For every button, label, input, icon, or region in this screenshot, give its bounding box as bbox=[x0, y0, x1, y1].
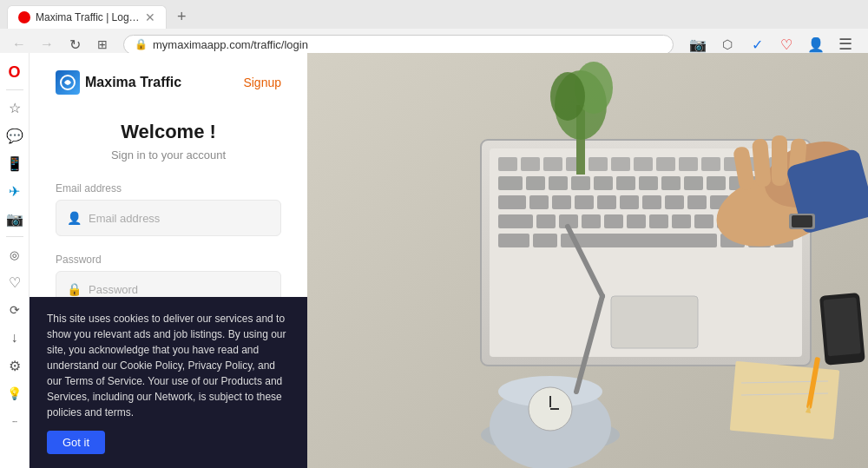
tab-close-button[interactable]: ✕ bbox=[145, 10, 155, 24]
browser-tab[interactable]: Maxima Traffic | Log in ✕ bbox=[7, 5, 167, 29]
svg-rect-5 bbox=[498, 157, 517, 171]
svg-rect-43 bbox=[498, 214, 533, 228]
svg-rect-20 bbox=[549, 176, 568, 190]
svg-rect-35 bbox=[597, 195, 616, 209]
password-label: Password bbox=[56, 254, 281, 266]
svg-rect-39 bbox=[687, 195, 707, 209]
login-header: Maxima Traffic Signup bbox=[30, 53, 307, 103]
svg-rect-51 bbox=[694, 214, 713, 228]
svg-rect-65 bbox=[772, 135, 787, 186]
svg-rect-22 bbox=[594, 176, 613, 190]
sidebar-icon-bookmarks[interactable]: ☆ bbox=[3, 96, 27, 120]
sidebar-icon-whatsapp[interactable]: 📱 bbox=[3, 151, 27, 175]
svg-rect-10 bbox=[611, 157, 630, 171]
svg-rect-12 bbox=[656, 157, 675, 171]
svg-rect-31 bbox=[498, 195, 526, 209]
svg-rect-48 bbox=[627, 214, 646, 228]
svg-rect-23 bbox=[616, 176, 635, 190]
email-label: Email address bbox=[56, 182, 281, 194]
browser-chrome: Maxima Traffic | Log in ✕ + ← → ↻ ⊞ 🔒 my… bbox=[0, 0, 868, 61]
svg-rect-27 bbox=[707, 176, 726, 190]
svg-rect-46 bbox=[582, 214, 601, 228]
svg-point-81 bbox=[550, 72, 585, 121]
sidebar-divider-2 bbox=[6, 236, 23, 237]
sidebar-icon-history[interactable]: ⟳ bbox=[3, 298, 27, 322]
sidebar: O ☆ 💬 📱 ✈ 📷 ◎ ♡ ⟳ ↓ ⚙ 💡 ··· bbox=[0, 53, 30, 468]
logo-icon bbox=[56, 70, 80, 95]
logo-svg bbox=[59, 74, 76, 91]
svg-rect-18 bbox=[498, 176, 523, 190]
svg-rect-7 bbox=[543, 157, 562, 171]
svg-rect-60 bbox=[611, 296, 698, 348]
sidebar-icon-opera[interactable]: O bbox=[3, 60, 27, 84]
svg-rect-13 bbox=[679, 157, 698, 171]
url-text: mymaximaapp.com/traffic/login bbox=[153, 38, 662, 51]
sidebar-icon-heart[interactable]: ♡ bbox=[3, 270, 27, 294]
sidebar-icon-more[interactable]: ··· bbox=[3, 409, 27, 433]
svg-rect-33 bbox=[552, 195, 571, 209]
lock-icon: 🔒 bbox=[135, 38, 148, 50]
new-tab-button[interactable]: + bbox=[170, 6, 194, 28]
svg-rect-44 bbox=[536, 214, 556, 228]
svg-rect-54 bbox=[498, 234, 529, 247]
svg-rect-38 bbox=[665, 195, 684, 209]
svg-rect-84 bbox=[730, 361, 840, 439]
password-input[interactable] bbox=[89, 283, 270, 296]
svg-rect-6 bbox=[521, 157, 540, 171]
email-icon: 👤 bbox=[67, 211, 82, 225]
cookie-text: This site uses cookies to deliver our se… bbox=[47, 311, 290, 420]
svg-rect-56 bbox=[561, 234, 717, 247]
sidebar-icon-settings[interactable]: ⚙ bbox=[3, 353, 27, 378]
svg-rect-25 bbox=[661, 176, 681, 190]
sidebar-icon-instagram[interactable]: 📷 bbox=[3, 207, 27, 231]
welcome-subtitle: Sign in to your account bbox=[56, 148, 281, 161]
photo-area bbox=[307, 53, 868, 468]
svg-rect-49 bbox=[649, 214, 668, 228]
cookie-notice: This site uses cookies to deliver our se… bbox=[30, 297, 307, 468]
login-panel: Maxima Traffic Signup Welcome ! Sign in … bbox=[30, 53, 307, 468]
sidebar-icon-messenger[interactable]: 💬 bbox=[3, 123, 27, 148]
svg-rect-19 bbox=[526, 176, 545, 190]
svg-rect-36 bbox=[620, 195, 639, 209]
email-input[interactable] bbox=[89, 212, 270, 225]
sidebar-icon-lightbulb[interactable]: 💡 bbox=[3, 381, 27, 405]
svg-rect-55 bbox=[533, 234, 557, 247]
svg-rect-32 bbox=[529, 195, 549, 209]
svg-rect-9 bbox=[589, 157, 608, 171]
brand-logo: Maxima Traffic bbox=[56, 70, 181, 95]
svg-rect-50 bbox=[672, 214, 691, 228]
svg-rect-69 bbox=[792, 215, 812, 227]
tab-favicon bbox=[18, 11, 30, 23]
svg-rect-26 bbox=[684, 176, 703, 190]
svg-rect-37 bbox=[642, 195, 661, 209]
desk-photo bbox=[307, 53, 868, 468]
tab-bar: Maxima Traffic | Log in ✕ + bbox=[0, 0, 868, 29]
svg-rect-14 bbox=[701, 157, 720, 171]
svg-rect-83 bbox=[823, 297, 861, 356]
tab-title: Maxima Traffic | Log in bbox=[36, 11, 140, 23]
svg-rect-34 bbox=[575, 195, 594, 209]
sidebar-icon-download[interactable]: ↓ bbox=[3, 326, 27, 350]
main-content: Maxima Traffic Signup Welcome ! Sign in … bbox=[30, 53, 868, 468]
address-bar[interactable]: 🔒 mymaximaapp.com/traffic/login bbox=[123, 35, 674, 55]
svg-rect-21 bbox=[571, 176, 590, 190]
svg-rect-47 bbox=[604, 214, 623, 228]
got-it-button[interactable]: Got it bbox=[47, 431, 105, 454]
svg-rect-24 bbox=[639, 176, 658, 190]
welcome-title: Welcome ! bbox=[56, 121, 281, 143]
lock-field-icon: 🔒 bbox=[67, 282, 82, 296]
sidebar-divider bbox=[6, 89, 23, 90]
svg-rect-11 bbox=[634, 157, 653, 171]
signup-link[interactable]: Signup bbox=[243, 76, 281, 89]
sidebar-icon-vr[interactable]: ◎ bbox=[3, 242, 27, 267]
email-input-wrap: 👤 bbox=[56, 200, 281, 236]
brand-name: Maxima Traffic bbox=[85, 75, 181, 90]
sidebar-icon-telegram[interactable]: ✈ bbox=[3, 179, 27, 203]
